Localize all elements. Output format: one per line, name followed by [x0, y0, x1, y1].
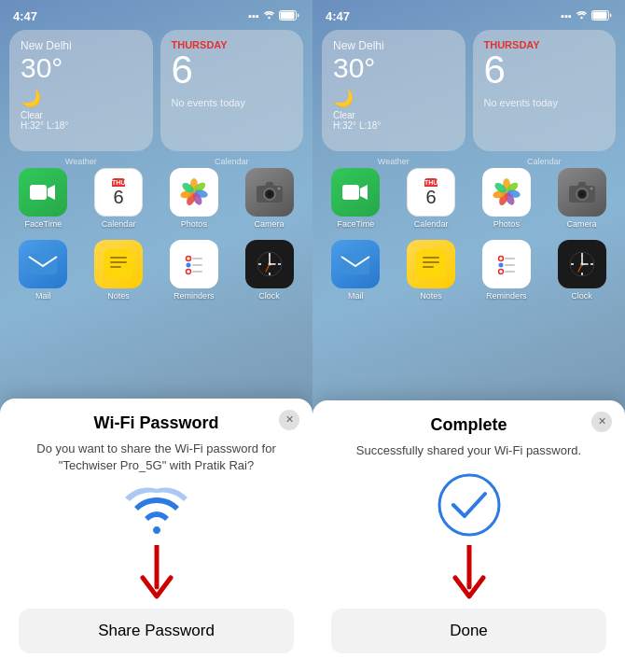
modal-close-button[interactable]: ✕ — [279, 410, 299, 430]
app-calendar-2[interactable]: THU 6 Calendar — [397, 168, 465, 229]
modal-title: Wi-Fi Password — [19, 413, 294, 433]
weather-temp-2: 30° — [333, 52, 454, 84]
wifi-icon-container — [19, 487, 294, 538]
calendar-widget-container: THURSDAY 6 No events today Calendar — [160, 30, 304, 151]
app-grid: FaceTime THU 6 Calendar — [9, 168, 303, 301]
share-password-button[interactable]: Share Password — [19, 609, 294, 653]
photos-icon — [170, 168, 218, 217]
clock-label: Clock — [258, 291, 280, 301]
svg-rect-42 — [593, 11, 607, 19]
done-button[interactable]: Done — [331, 609, 606, 653]
widget-row: New Delhi 30° 🌙 Clear H:32° L:18° Weathe… — [9, 30, 303, 151]
moon-icon-2: 🌙 — [333, 88, 454, 108]
red-arrow-icon — [133, 545, 180, 601]
status-icons-2: ▪▪▪ — [561, 10, 612, 22]
widget-row-2: New Delhi 30° 🌙 Clear H:32° L:18° Weathe… — [322, 30, 616, 151]
battery-icon-2 — [591, 10, 612, 22]
app-camera-2[interactable]: Camera — [548, 168, 616, 229]
modal-description: Do you want to share the Wi-Fi password … — [19, 441, 294, 474]
svg-point-16 — [277, 188, 280, 190]
cal-icon-day-2: 6 — [426, 187, 437, 207]
checkmark-icon — [437, 472, 502, 538]
modal-close-button-2[interactable]: ✕ — [591, 412, 612, 432]
facetime-label-2: FaceTime — [338, 219, 375, 229]
svg-rect-21 — [110, 266, 121, 268]
svg-point-55 — [579, 192, 584, 197]
svg-rect-68 — [505, 271, 515, 273]
app-notes-2[interactable]: Notes — [397, 240, 465, 301]
app-calendar[interactable]: THU 6 Calendar — [85, 168, 153, 229]
photos-label: Photos — [181, 219, 207, 229]
calendar-widget-2: THURSDAY 6 No events today — [473, 30, 617, 151]
svg-rect-61 — [423, 266, 434, 268]
weather-widget-container: New Delhi 30° 🌙 Clear H:32° L:18° Weathe… — [9, 30, 153, 151]
mail-icon — [19, 240, 67, 288]
svg-rect-59 — [423, 257, 439, 259]
calendar-date-2: 6 — [484, 50, 605, 90]
svg-rect-64 — [505, 258, 515, 259]
mail-icon-2 — [331, 240, 380, 288]
svg-rect-57 — [341, 254, 369, 274]
calendar-date: 6 — [172, 50, 293, 90]
svg-rect-28 — [192, 271, 202, 273]
calendar-app-icon: THU 6 — [94, 168, 143, 217]
calendar-label: Calendar — [160, 157, 304, 166]
weather-widget: New Delhi 30° 🌙 Clear H:32° L:18° — [9, 30, 153, 151]
cal-icon-month: THU — [112, 178, 125, 187]
cal-icon-day: 6 — [114, 187, 124, 207]
app-photos[interactable]: Photos — [160, 168, 229, 229]
calendar-events-2: No events today — [484, 97, 605, 108]
svg-rect-18 — [104, 249, 133, 279]
facetime-label: FaceTime — [25, 219, 62, 229]
wifi-status-icon-2 — [576, 10, 588, 21]
app-camera[interactable]: Camera — [235, 168, 303, 229]
status-bar-2: 4:47 ▪▪▪ — [312, 0, 625, 26]
svg-rect-26 — [192, 264, 202, 266]
reminders-icon — [170, 240, 218, 288]
calendar-app-icon-2: THU 6 — [407, 168, 455, 217]
app-notes[interactable]: Notes — [85, 240, 153, 301]
app-facetime[interactable]: FaceTime — [9, 168, 77, 229]
facetime-icon — [19, 168, 67, 217]
app-mail-2[interactable]: Mail — [322, 240, 390, 301]
svg-point-15 — [267, 192, 271, 197]
svg-point-79 — [439, 475, 499, 535]
weather-condition: Clear — [21, 110, 142, 120]
arrow-container — [19, 545, 294, 601]
red-arrow-icon-2 — [446, 545, 493, 601]
reminders-label: Reminders — [174, 291, 215, 301]
svg-rect-3 — [30, 185, 47, 200]
clock-icon — [245, 240, 294, 288]
facetime-icon-2 — [331, 168, 380, 217]
app-mail[interactable]: Mail — [9, 240, 77, 301]
calendar-events: No events today — [172, 97, 293, 108]
camera-label: Camera — [255, 219, 285, 229]
app-clock-2[interactable]: Clock — [548, 240, 616, 301]
app-clock[interactable]: Clock — [235, 240, 303, 301]
calendar-app-label-2: Calendar — [414, 219, 449, 229]
app-grid-2: FaceTime THU 6 Calendar — [322, 168, 616, 301]
weather-widget-2: New Delhi 30° 🌙 Clear H:32° L:18° — [322, 30, 465, 151]
svg-rect-24 — [192, 258, 202, 259]
camera-icon-2 — [558, 168, 606, 217]
app-photos-2[interactable]: Photos — [473, 168, 541, 229]
weather-label-2: Weather — [322, 157, 465, 166]
svg-rect-19 — [110, 257, 127, 259]
reminders-label-2: Reminders — [486, 291, 527, 301]
app-facetime-2[interactable]: FaceTime — [322, 168, 390, 229]
status-bar: 4:47 ▪▪▪ — [0, 0, 312, 26]
panel-wifi-password: 4:47 ▪▪▪ New Delhi — [0, 0, 312, 672]
signal-icon: ▪▪▪ — [248, 10, 259, 21]
clock-label-2: Clock — [571, 291, 592, 301]
moon-icon: 🌙 — [21, 88, 142, 108]
svg-rect-2 — [281, 11, 295, 19]
svg-point-0 — [268, 17, 270, 19]
svg-point-65 — [498, 263, 503, 268]
status-time-2: 4:47 — [326, 9, 350, 23]
app-reminders[interactable]: Reminders — [160, 240, 229, 301]
notes-label-2: Notes — [420, 291, 442, 301]
photos-label-2: Photos — [493, 219, 520, 229]
app-reminders-2[interactable]: Reminders — [473, 240, 541, 301]
notes-label: Notes — [107, 291, 130, 301]
clock-icon-2 — [558, 240, 606, 288]
